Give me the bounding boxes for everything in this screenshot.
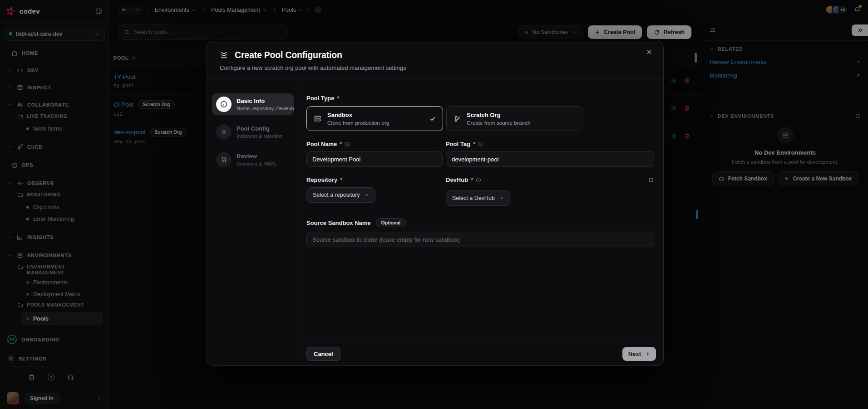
pool-name-input[interactable] <box>306 151 443 167</box>
server-icon <box>314 115 321 122</box>
step-pool-config[interactable]: Pool Config Instances & retention <box>212 121 294 143</box>
optional-badge: Optional <box>376 218 406 227</box>
close-icon <box>646 49 652 55</box>
devhub-select[interactable]: Select a DevHub <box>446 190 510 206</box>
pool-tag-input[interactable] <box>446 151 654 167</box>
pool-tag-field: Pool Tag* <box>446 141 654 167</box>
refresh-icon <box>648 177 654 183</box>
repository-label: Repository* <box>306 176 443 183</box>
info-icon <box>216 97 232 112</box>
modal-header: Create Pool Configuration Configure a ne… <box>207 41 663 78</box>
pool-type-label: Pool Type* <box>306 95 654 102</box>
create-pool-modal: Create Pool Configuration Configure a ne… <box>207 41 664 366</box>
info-icon <box>478 141 483 147</box>
git-branch-icon <box>454 115 461 122</box>
pool-tag-label: Pool Tag* <box>446 141 654 147</box>
repository-select[interactable]: Select a repository <box>306 187 375 203</box>
gear-icon <box>216 124 232 140</box>
modal-steps: Basic Info Name, repository, DevHub Pool… <box>207 78 299 365</box>
modal-subtitle: Configure a new scratch org pool with au… <box>220 64 651 71</box>
source-sandbox-label: Source Sandbox Name Optional <box>306 218 654 227</box>
modal-footer: Cancel Next <box>299 342 663 365</box>
devhub-field: DevHub* Select a DevHub <box>446 176 654 206</box>
chevron-right-icon <box>645 351 650 356</box>
step-basic-info[interactable]: Basic Info Name, repository, DevHub <box>212 93 294 115</box>
document-check-icon <box>216 152 232 167</box>
close-button[interactable] <box>646 49 652 55</box>
chevron-down-icon <box>365 193 369 197</box>
pool-name-field: Pool Name* <box>306 141 443 167</box>
repository-field: Repository* Select a repository <box>306 176 443 203</box>
info-icon <box>345 141 350 147</box>
waves-icon <box>220 51 229 59</box>
next-button[interactable]: Next <box>622 347 656 361</box>
step-review[interactable]: Review Summary & YAML <box>212 149 294 170</box>
cancel-button[interactable]: Cancel <box>306 347 340 361</box>
pool-name-label: Pool Name* <box>306 141 443 147</box>
source-sandbox-field: Source Sandbox Name Optional <box>306 218 654 247</box>
info-icon <box>476 177 481 183</box>
source-sandbox-input[interactable] <box>306 232 654 247</box>
modal-title: Create Pool Configuration <box>235 50 342 60</box>
refresh-devhubs-button[interactable] <box>648 177 654 183</box>
check-icon <box>429 116 436 122</box>
chevron-down-icon <box>499 196 504 200</box>
basic-info-form: Pool Type* Sandbox Clone from production… <box>299 78 663 342</box>
pool-type-option-sandbox[interactable]: Sandbox Clone from production org <box>306 106 443 131</box>
pool-type-option-scratch-org[interactable]: Scratch Org Create from source branch <box>446 106 582 131</box>
devhub-label: DevHub* <box>446 176 481 183</box>
